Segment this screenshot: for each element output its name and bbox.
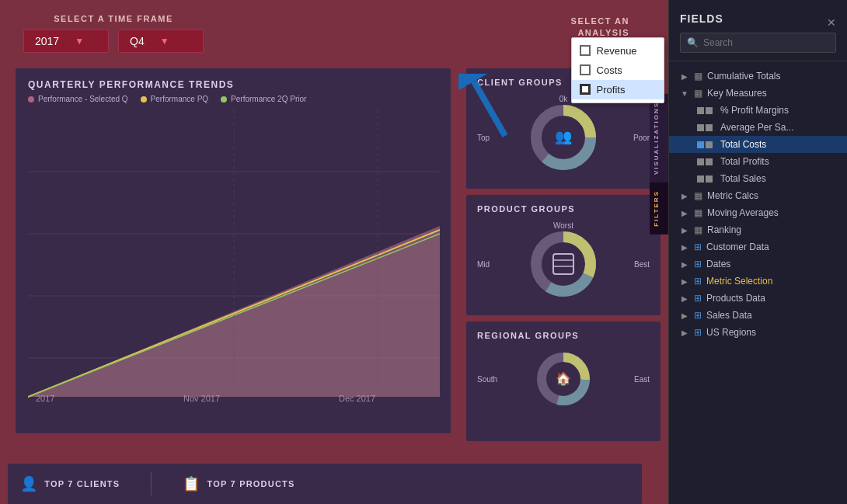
legend-dot-1 <box>28 96 34 103</box>
tree-child-total-costs[interactable]: Total Costs <box>669 136 847 153</box>
ranking-label: Ranking <box>707 224 741 235</box>
expand-key-measures[interactable]: ▼ <box>680 89 689 98</box>
tree-child-total-sales[interactable]: Total Sales <box>669 170 847 187</box>
legend-label-2: Performance PQ <box>151 95 208 103</box>
main-area: SELECT A TIME FRAME 2017 ▼ Q4 ▼ SELECT A… <box>0 0 668 504</box>
search-icon: 🔍 <box>687 37 699 48</box>
quarterly-title: QUARTERLY PERFORMANCE TRENDS <box>28 79 438 90</box>
fi8 <box>706 158 713 165</box>
fields-tree: ▶ ▦ Cumulative Totals ▼ ▦ Key Measures %… <box>669 61 847 504</box>
client-top-label: 0k <box>559 95 568 103</box>
total-costs-label: Total Costs <box>720 139 766 150</box>
moving-averages-label: Moving Averages <box>707 207 779 218</box>
table-icon-us-regions: ⊞ <box>694 327 702 338</box>
field-icons-2 <box>697 124 713 131</box>
fi1 <box>697 107 704 114</box>
table-icon-metric-calcs: ▦ <box>694 190 702 201</box>
tree-child-profit-margins[interactable]: % Profit Margins <box>669 102 847 119</box>
year-dropdown-arrow: ▼ <box>75 36 84 47</box>
svg-text:👥: 👥 <box>555 128 573 145</box>
table-icon-cumulative: ▦ <box>694 71 702 82</box>
legend-item-3: Performance 2Q Prior <box>221 95 306 103</box>
tree-item-cumulative-totals[interactable]: ▶ ▦ Cumulative Totals <box>669 68 847 85</box>
bottom-products: 📋 TOP 7 PRODUCTS <box>183 475 295 492</box>
legend-item-1: Performance - Selected Q <box>28 95 128 103</box>
metric-revenue[interactable]: Revenue <box>572 41 664 61</box>
regional-donut-wrapper: South East 🏠 <box>477 348 650 410</box>
avg-per-sale-label: Average Per Sa... <box>720 122 794 133</box>
costs-label: Costs <box>597 64 622 76</box>
svg-rect-19 <box>553 254 573 274</box>
clients-label: TOP 7 CLIENTS <box>44 479 120 488</box>
metric-costs[interactable]: Costs <box>572 61 664 80</box>
fi6 <box>706 141 713 148</box>
chart-legend: Performance - Selected Q Performance PQ … <box>28 95 438 103</box>
tree-item-customer-data[interactable]: ▶ ⊞ Customer Data <box>669 238 847 255</box>
product-top-label: Worst <box>553 221 573 230</box>
metric-selection-label: Metric Selection <box>706 276 772 287</box>
clients-icon: 👤 <box>20 475 38 492</box>
client-donut-svg: 👥 <box>528 103 598 172</box>
key-measures-label: Key Measures <box>707 88 767 99</box>
sidebar: FIELDS ✕ 🔍 ▶ ▦ Cumulative Totals ▼ ▦ Key… <box>668 0 847 504</box>
legend-dot-3 <box>221 96 227 103</box>
expand-metric-calcs[interactable]: ▶ <box>680 192 689 200</box>
tree-item-products-data[interactable]: ▶ ⊞ Products Data <box>669 290 847 307</box>
sidebar-title-row: FIELDS ✕ <box>680 12 836 33</box>
tree-item-us-regions[interactable]: ▶ ⊞ US Regions <box>669 324 847 341</box>
quarter-dropdown[interactable]: Q4 ▼ <box>118 30 204 53</box>
search-box[interactable]: 🔍 <box>680 33 836 53</box>
field-icons-1 <box>697 107 713 114</box>
dropdowns-row: 2017 ▼ Q4 ▼ <box>23 30 204 53</box>
expand-metric-selection[interactable]: ▶ <box>680 277 689 286</box>
tree-child-total-profits[interactable]: Total Profits <box>669 153 847 170</box>
tree-child-avg-per-sale[interactable]: Average Per Sa... <box>669 119 847 136</box>
fi2 <box>706 107 713 114</box>
quarterly-chart-svg: 2017 Nov 2017 Dec 2017 <box>28 109 440 405</box>
table-icon-products-data: ⊞ <box>694 293 702 304</box>
legend-dot-2 <box>141 96 147 103</box>
svg-text:Dec 2017: Dec 2017 <box>339 394 375 403</box>
tree-item-metric-calcs[interactable]: ▶ ▦ Metric Calcs <box>669 187 847 204</box>
tree-item-metric-selection[interactable]: ▶ ⊞ Metric Selection <box>669 273 847 290</box>
expand-us-regions[interactable]: ▶ <box>680 328 689 337</box>
quarter-dropdown-arrow: ▼ <box>160 36 169 47</box>
expand-products-data[interactable]: ▶ <box>680 294 689 303</box>
expand-ranking[interactable]: ▶ <box>680 226 689 235</box>
top-controls: SELECT A TIME FRAME 2017 ▼ Q4 ▼ SELECT A… <box>0 0 668 62</box>
expand-customer-data[interactable]: ▶ <box>680 243 689 252</box>
checkbox-inner <box>582 86 588 92</box>
tree-item-ranking[interactable]: ▶ ▦ Ranking <box>669 221 847 238</box>
profit-margins-label: % Profit Margins <box>720 105 789 116</box>
expand-cumulative[interactable]: ▶ <box>680 72 689 81</box>
table-icon-moving-averages: ▦ <box>694 207 702 218</box>
expand-moving-averages[interactable]: ▶ <box>680 209 689 217</box>
tree-item-key-measures[interactable]: ▼ ▦ Key Measures <box>669 85 847 102</box>
costs-checkbox[interactable] <box>580 64 591 75</box>
tree-item-sales-data[interactable]: ▶ ⊞ Sales Data <box>669 307 847 324</box>
metric-calcs-label: Metric Calcs <box>707 190 758 201</box>
profits-label: Profits <box>597 84 626 96</box>
search-input[interactable] <box>703 37 829 48</box>
expand-dates[interactable]: ▶ <box>680 260 689 269</box>
product-right-label: Best <box>634 260 650 269</box>
revenue-checkbox[interactable] <box>580 45 591 56</box>
year-dropdown[interactable]: 2017 ▼ <box>23 30 109 53</box>
tree-item-moving-averages[interactable]: ▶ ▦ Moving Averages <box>669 204 847 221</box>
expand-sales-data[interactable]: ▶ <box>680 311 689 320</box>
sidebar-close-button[interactable]: ✕ <box>827 16 836 29</box>
filters-tab[interactable]: FILTERS <box>650 182 668 235</box>
metric-profits[interactable]: Profits <box>572 80 664 99</box>
fi5 <box>697 141 704 148</box>
fi3 <box>697 124 704 131</box>
tree-item-dates[interactable]: ▶ ⊞ Dates <box>669 255 847 273</box>
blue-arrow <box>458 74 513 147</box>
fi7 <box>697 158 704 165</box>
fi10 <box>706 176 713 182</box>
visualizations-tab[interactable]: VISUALIZATIONS <box>650 93 668 182</box>
products-data-label: Products Data <box>706 293 765 304</box>
charts-row: QUARTERLY PERFORMANCE TRENDS Performance… <box>0 68 668 441</box>
product-groups-panel: PRODUCT GROUPS Worst Best Mid <box>466 195 661 315</box>
sales-data-label: Sales Data <box>706 310 752 321</box>
profits-checkbox[interactable] <box>580 84 591 95</box>
